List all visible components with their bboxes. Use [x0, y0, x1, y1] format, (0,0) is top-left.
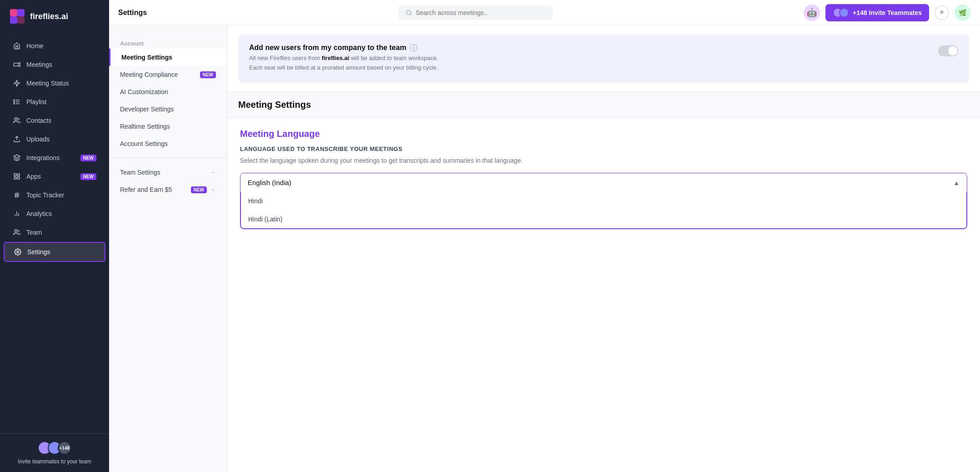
- sidebar-item-home[interactable]: Home: [4, 37, 105, 55]
- info-icon: i: [410, 44, 417, 51]
- sidebar-item-label: Team: [26, 229, 42, 236]
- svg-rect-0: [10, 9, 17, 16]
- meeting-settings-header: Meeting Settings: [227, 92, 980, 118]
- sidebar-item-label: Settings: [27, 248, 50, 256]
- settings-menu-team-settings[interactable]: Team Settings →: [109, 164, 227, 181]
- settings-menu-developer-settings[interactable]: Developer Settings: [109, 100, 227, 118]
- realtime-settings-label: Realtime Settings: [120, 123, 170, 130]
- svg-rect-2: [10, 16, 17, 24]
- sidebar-item-team[interactable]: Team: [4, 223, 105, 241]
- svg-point-26: [15, 230, 17, 232]
- content-area: Account Meeting Settings Meeting Complia…: [109, 25, 980, 472]
- svg-rect-4: [14, 63, 18, 66]
- svg-rect-15: [14, 174, 16, 176]
- sidebar-item-label: Analytics: [26, 210, 52, 217]
- topbar-avatar-2: [839, 8, 849, 18]
- settings-panel: Account Meeting Settings Meeting Complia…: [109, 25, 227, 472]
- analytics-icon: [13, 210, 21, 218]
- invite-teammates-section[interactable]: +148 Invite teammates to your team: [9, 441, 100, 465]
- sidebar-item-contacts[interactable]: Contacts: [4, 111, 105, 130]
- integrations-icon: [13, 154, 21, 162]
- sidebar-invite-section: +148 Invite teammates to your team: [0, 433, 109, 472]
- hash-icon: [13, 191, 21, 199]
- language-label: LANGUAGE USED TO TRANSCRIBE YOUR MEETING…: [240, 146, 967, 152]
- svg-rect-3: [17, 16, 25, 24]
- svg-point-9: [14, 100, 15, 100]
- sidebar-item-label: Contacts: [26, 117, 51, 124]
- sidebar-item-label: Home: [26, 42, 43, 50]
- app-name: fireflies.ai: [30, 12, 68, 21]
- topbar: Settings 🤖 +148 Invite Teammates + 🌿: [109, 0, 980, 25]
- settings-menu-meeting-settings[interactable]: Meeting Settings: [109, 49, 227, 66]
- language-select-header[interactable]: English (India) ▲: [240, 173, 967, 192]
- contacts-icon: [13, 116, 21, 125]
- sidebar-item-settings[interactable]: Settings: [4, 242, 105, 262]
- settings-menu-refer-earn[interactable]: Refer and Earn $5 NEW →: [109, 181, 227, 198]
- sidebar-item-apps[interactable]: Apps NEW: [4, 167, 105, 186]
- sidebar-item-label: Topic Tracker: [26, 191, 64, 199]
- sidebar-item-integrations[interactable]: Integrations NEW: [4, 149, 105, 167]
- sidebar-item-label: Integrations: [26, 154, 60, 161]
- account-section-label: Account: [109, 36, 227, 49]
- invite-teammates-button[interactable]: +148 Invite Teammates: [825, 4, 929, 21]
- sidebar-item-playlist[interactable]: Playlist: [4, 93, 105, 111]
- apps-icon: [13, 172, 21, 181]
- svg-line-22: [17, 192, 18, 198]
- sidebar-item-meetings[interactable]: Meetings: [4, 55, 105, 74]
- language-option-hindi[interactable]: Hindi: [241, 192, 966, 210]
- auto-add-card: Add new users from my company to the tea…: [238, 35, 969, 83]
- avatar-count: +148: [58, 441, 71, 455]
- chevron-up-icon: ▲: [953, 179, 960, 186]
- topbar-avatar-group: [833, 8, 849, 18]
- svg-rect-17: [14, 177, 16, 179]
- user-avatar[interactable]: 🌿: [955, 5, 971, 21]
- sidebar-item-topic-tracker[interactable]: Topic Tracker: [4, 186, 105, 204]
- auto-add-toggle[interactable]: [938, 45, 958, 56]
- sidebar-item-meeting-status[interactable]: Meeting Status: [4, 74, 105, 92]
- refer-arrow-icon: →: [210, 186, 216, 193]
- language-select-wrapper: English (India) ▲ Hindi Hindi (Latin): [240, 173, 967, 229]
- topbar-right: 🤖 +148 Invite Teammates + 🌿: [804, 4, 971, 21]
- language-selected-value: English (India): [248, 179, 291, 186]
- search-icon: [405, 9, 412, 16]
- playlist-icon: [13, 98, 21, 106]
- auto-add-billing: Each seat will be billed at a prorated a…: [249, 64, 438, 71]
- svg-line-29: [410, 14, 411, 15]
- search-bar[interactable]: [398, 5, 553, 20]
- main-area: Settings 🤖 +148 Invite Teammates + 🌿 Acc…: [109, 0, 980, 472]
- app-logo[interactable]: fireflies.ai: [0, 0, 109, 33]
- sidebar-item-uploads[interactable]: Uploads: [4, 130, 105, 148]
- language-description: Select the language spoken during your m…: [240, 156, 967, 166]
- auto-add-text: Add new users from my company to the tea…: [249, 44, 438, 74]
- svg-rect-18: [17, 177, 20, 179]
- invite-button-label: +148 Invite Teammates: [853, 9, 922, 16]
- svg-line-21: [15, 192, 16, 198]
- team-icon: [13, 228, 21, 236]
- auto-add-desc: All new Fireflies users from fireflies.a…: [249, 55, 438, 61]
- bot-avatar[interactable]: 🤖: [804, 5, 820, 21]
- menu-divider: [109, 158, 227, 158]
- sidebar-nav: Home Meetings Meeting Status Playlist: [0, 33, 109, 433]
- language-option-hindi-latin[interactable]: Hindi (Latin): [241, 210, 966, 228]
- meeting-compliance-badge: NEW: [200, 71, 216, 78]
- search-input[interactable]: [415, 9, 545, 16]
- settings-menu-account-settings[interactable]: Account Settings: [109, 135, 227, 152]
- svg-marker-5: [14, 80, 20, 86]
- meeting-language-title: Meeting Language: [240, 129, 967, 139]
- refer-earn-label: Refer and Earn $5: [120, 186, 172, 193]
- sidebar-item-label: Meeting Status: [26, 80, 69, 87]
- settings-menu-ai-customization[interactable]: AI Customization: [109, 83, 227, 100]
- arrow-right-icon: →: [210, 169, 216, 176]
- settings-menu-realtime-settings[interactable]: Realtime Settings: [109, 118, 227, 135]
- settings-menu-meeting-compliance[interactable]: Meeting Compliance NEW: [109, 66, 227, 83]
- svg-point-27: [17, 251, 19, 253]
- invite-label: Invite teammates to your team: [18, 458, 91, 465]
- refer-earn-right: NEW →: [191, 186, 216, 193]
- add-button[interactable]: +: [935, 5, 949, 20]
- refer-earn-badge: NEW: [191, 186, 207, 193]
- sidebar-item-analytics[interactable]: Analytics: [4, 205, 105, 223]
- meeting-compliance-label: Meeting Compliance: [120, 71, 178, 78]
- svg-point-11: [14, 103, 15, 104]
- auto-add-title: Add new users from my company to the tea…: [249, 44, 438, 52]
- zap-icon: [13, 79, 21, 87]
